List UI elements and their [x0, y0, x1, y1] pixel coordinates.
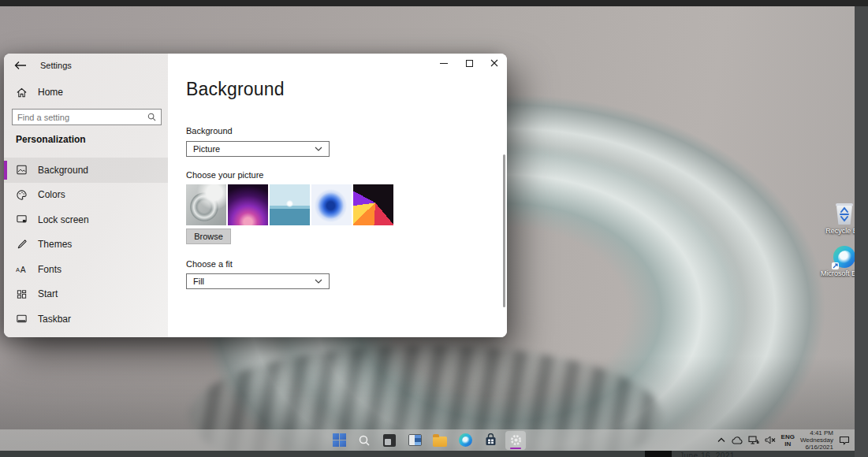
sidebar-item-fonts[interactable]: A A Fonts [4, 257, 168, 282]
nav-label: Background [38, 165, 88, 176]
network-button[interactable] [748, 433, 759, 448]
sidebar-item-start[interactable]: Start [4, 282, 168, 307]
system-tray: ENG IN 4:41 PM Wednesday 6/16/2021 [717, 429, 850, 451]
widgets-button[interactable] [404, 431, 425, 450]
settings-window: Background Background Picture Choose you… [4, 54, 507, 337]
thumbnail-blue-bloom[interactable] [311, 184, 352, 225]
picture-icon [16, 164, 28, 176]
calendar-peek-block [645, 451, 672, 457]
edge-icon [459, 433, 472, 447]
settings-main-panel: Background Background Picture Choose you… [168, 54, 507, 337]
desktop: Recycle Bin Microsoft Edge Background Ba… [0, 6, 855, 451]
clock-day: Wednesday [800, 437, 833, 444]
chevron-up-icon [717, 437, 725, 443]
nav-label: Fonts [38, 264, 61, 275]
palette-icon [16, 189, 28, 201]
caption-buttons [431, 54, 507, 72]
edge-shortcut[interactable]: Microsoft Edge [818, 246, 855, 277]
thumbnail-gray-swirl[interactable] [186, 184, 226, 225]
edge-icon [833, 246, 855, 268]
recycle-bin-shortcut[interactable]: Recycle Bin [818, 202, 855, 235]
chevron-down-icon [315, 147, 322, 151]
search-box [12, 109, 162, 125]
desktop-icons: Recycle Bin Microsoft Edge [818, 202, 855, 277]
settings-button[interactable] [505, 431, 526, 450]
fit-value: Fill [193, 277, 204, 286]
language-indicator[interactable]: ENG IN [781, 433, 795, 448]
search-button[interactable] [354, 431, 374, 450]
sidebar-item-taskbar[interactable]: Taskbar [4, 307, 168, 332]
notification-center-button[interactable] [839, 433, 850, 448]
nav-label: Colors [38, 189, 65, 200]
taskbar-app-icons [329, 429, 526, 451]
picture-thumbnails [186, 184, 393, 225]
sidebar-item-colors[interactable]: Colors [4, 183, 168, 208]
task-view-icon [383, 434, 396, 447]
taskbar: ENG IN 4:41 PM Wednesday 6/16/2021 [0, 429, 855, 451]
tray-overflow-button[interactable] [717, 433, 725, 448]
start-button[interactable] [329, 431, 349, 450]
thumbnail-purple-glow[interactable] [228, 184, 268, 225]
choose-fit-label: Choose a fit [186, 259, 233, 269]
back-arrow-icon [14, 61, 27, 70]
sidebar-item-background[interactable]: Background [4, 158, 168, 183]
minimize-button[interactable] [431, 54, 456, 72]
selection-accent-bar [4, 161, 7, 180]
home-icon [16, 87, 28, 98]
close-button[interactable] [482, 54, 507, 72]
scrollbar[interactable] [503, 154, 505, 307]
svg-text:A: A [20, 266, 26, 274]
titlebar: Settings [4, 54, 507, 77]
svg-text:A: A [16, 267, 20, 274]
brush-icon [16, 239, 28, 251]
recycle-bin-label: Recycle Bin [825, 227, 855, 235]
background-type-value: Picture [193, 144, 220, 154]
maximize-button[interactable] [456, 54, 482, 72]
nav-label: Taskbar [38, 314, 71, 325]
settings-gear-icon [509, 433, 523, 447]
taskbar-icon [16, 313, 28, 325]
search-icon [358, 434, 371, 447]
search-icon [147, 113, 156, 121]
page-title: Background [186, 79, 285, 100]
start-grid-icon [16, 288, 28, 300]
fit-select[interactable]: Fill [186, 273, 330, 289]
frame-bottom-strip: June 16, 2021 [0, 451, 855, 457]
clock-time: 4:41 PM [800, 429, 833, 437]
background-type-select[interactable]: Picture [186, 141, 330, 157]
screen: Recycle Bin Microsoft Edge Background Ba… [0, 0, 868, 457]
recycle-bin-icon [834, 202, 855, 225]
network-icon [748, 436, 759, 444]
clock[interactable]: 4:41 PM Wednesday 6/16/2021 [800, 429, 833, 451]
minimize-icon [440, 63, 448, 64]
store-button[interactable] [480, 431, 501, 450]
search-input[interactable] [13, 113, 147, 122]
chat-bubble-icon [839, 436, 850, 445]
edge-label: Microsoft Edge [821, 269, 855, 277]
nav-label: Start [38, 288, 58, 299]
file-explorer-icon [433, 437, 447, 447]
thumbnail-color-ribbons[interactable] [353, 184, 393, 225]
task-view-button[interactable] [379, 431, 400, 450]
section-label: Personalization [16, 134, 86, 145]
sidebar-item-home[interactable]: Home [4, 82, 168, 102]
maximize-icon [466, 60, 473, 67]
edge-button[interactable] [455, 431, 475, 450]
back-button[interactable] [14, 59, 28, 72]
choose-picture-label: Choose your picture [186, 170, 263, 180]
home-label: Home [38, 87, 63, 98]
windows-start-icon [333, 433, 346, 447]
widgets-icon [408, 434, 422, 446]
sidebar-nav: Background Colors Lock screen [4, 158, 168, 332]
volume-button[interactable] [765, 433, 776, 448]
sidebar-item-themes[interactable]: Themes [4, 232, 168, 258]
cloud-icon [731, 437, 743, 444]
chevron-down-icon [315, 279, 322, 284]
onedrive-button[interactable] [731, 433, 743, 448]
sidebar-item-lock-screen[interactable]: Lock screen [4, 207, 168, 232]
lock-screen-icon [16, 214, 28, 225]
shortcut-arrow-icon [832, 262, 839, 269]
thumbnail-beach-sunrise[interactable] [270, 184, 310, 225]
file-explorer-button[interactable] [430, 431, 450, 450]
browse-button[interactable]: Browse [186, 228, 231, 244]
